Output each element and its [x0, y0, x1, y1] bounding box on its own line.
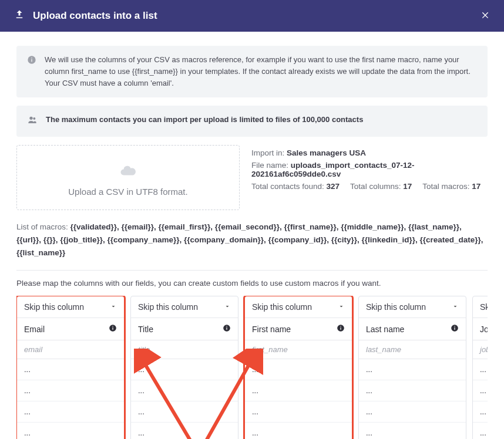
- columns-container: Skip this columnEmailemail..............…: [16, 296, 488, 439]
- column-cell: ...: [245, 401, 352, 423]
- import-in-value: Sales managers USA: [287, 148, 366, 157]
- total-macros-value: 17: [472, 182, 481, 191]
- svg-rect-13: [340, 326, 341, 327]
- column-cell: ...: [359, 423, 466, 439]
- dropdown-label: Skip this column: [24, 302, 84, 312]
- limit-text: The maximum contacts you can import per …: [46, 114, 363, 126]
- modal-title: Upload contacts into a list: [33, 10, 157, 22]
- column-cell: ...: [359, 380, 466, 401]
- column-mapping-dropdown[interactable]: Skip this column: [17, 296, 124, 318]
- macros-list: List of macros: {{validated}}, {{email}}…: [16, 221, 488, 260]
- total-contacts-label: Total contacts found:: [251, 182, 327, 191]
- svg-rect-15: [454, 327, 455, 330]
- upload-icon: [14, 9, 25, 22]
- column-header: First name: [245, 318, 352, 340]
- total-contacts-value: 327: [327, 182, 340, 191]
- info-banner-csv: We will use the columns of your CSV as m…: [16, 46, 488, 97]
- column-cell: ...: [131, 359, 238, 380]
- upload-dropzone[interactable]: Upload a CSV in UTF8 format.: [16, 145, 240, 210]
- column-cell: ...: [17, 401, 124, 423]
- total-columns-value: 17: [403, 182, 412, 191]
- mapping-column: Skip this columnLast namelast_name......…: [358, 296, 466, 439]
- column-slug: last_name: [359, 340, 466, 359]
- column-cell: ...: [473, 380, 488, 401]
- import-in-label: Import in:: [251, 148, 287, 157]
- divider: [16, 270, 488, 271]
- mapping-column: Skip this columnTitletitle..............…: [130, 296, 238, 439]
- info-icon[interactable]: [109, 324, 117, 334]
- mapping-column: Skip this columnFirst namefirst_name....…: [244, 296, 352, 439]
- svg-rect-9: [226, 327, 227, 330]
- close-icon[interactable]: [481, 10, 490, 22]
- column-slug: email: [17, 340, 124, 359]
- column-cell: ...: [245, 359, 352, 380]
- chevron-down-icon: [110, 302, 117, 312]
- mapping-column: Skip this columnEmailemail..............…: [16, 296, 125, 439]
- column-cell: ...: [245, 423, 352, 439]
- column-slug: job_: [473, 340, 488, 359]
- column-header-label: First name: [252, 325, 291, 334]
- column-header-label: Job: [480, 325, 488, 334]
- column-cell: ...: [17, 423, 124, 439]
- column-mapping-dropdown[interactable]: Skip this column: [359, 296, 466, 318]
- mapping-hint: Please map the columns with our fields, …: [16, 279, 488, 288]
- svg-point-4: [33, 117, 35, 120]
- svg-rect-2: [31, 58, 32, 58]
- column-mapping-dropdown[interactable]: Skip this column: [245, 296, 352, 318]
- column-cell: ...: [17, 359, 124, 380]
- users-icon: [27, 115, 38, 128]
- column-cell: ...: [17, 380, 124, 401]
- dropdown-label: Skip this column: [366, 302, 426, 312]
- column-cell: ...: [131, 401, 238, 423]
- column-header-label: Email: [24, 325, 45, 334]
- column-header-label: Last name: [366, 325, 404, 334]
- svg-rect-6: [112, 327, 113, 330]
- column-header: Job: [473, 318, 488, 340]
- column-header-label: Title: [138, 325, 153, 334]
- column-slug: title: [131, 340, 238, 359]
- column-mapping-dropdown[interactable]: Skip this column: [131, 296, 238, 318]
- modal-header: Upload contacts into a list: [0, 0, 504, 32]
- info-banner-limit: The maximum contacts you can import per …: [16, 106, 488, 136]
- svg-rect-16: [454, 326, 455, 327]
- chevron-down-icon: [452, 302, 459, 312]
- import-meta: Import in: Sales managers USA File name:…: [251, 145, 488, 210]
- chevron-down-icon: [338, 302, 345, 312]
- column-cell: ...: [359, 401, 466, 423]
- total-columns-label: Total columns:: [350, 182, 403, 191]
- svg-rect-12: [340, 327, 341, 330]
- info-text-line1: We will use the columns of your CSV as m…: [45, 54, 477, 77]
- column-cell: ...: [473, 359, 488, 380]
- info-text-line2: Your CSV must have a column 'email'.: [45, 77, 477, 89]
- info-icon[interactable]: [223, 324, 231, 334]
- column-cell: ...: [473, 423, 488, 439]
- dropdown-label: Skip this column: [252, 302, 312, 312]
- chevron-down-icon: [224, 302, 231, 312]
- cloud-icon: [24, 162, 232, 182]
- total-macros-label: Total macros:: [422, 182, 472, 191]
- column-slug: first_name: [245, 340, 352, 359]
- column-cell: ...: [245, 380, 352, 401]
- mapping-column: Skip this columnJobjob_...............: [472, 296, 488, 439]
- info-icon[interactable]: [451, 324, 459, 334]
- modal-body: We will use the columns of your CSV as m…: [0, 32, 504, 439]
- svg-rect-10: [226, 326, 227, 327]
- column-cell: ...: [131, 380, 238, 401]
- svg-point-3: [29, 117, 32, 120]
- macros-value: {{validated}}, {{email}}, {{email_first}…: [16, 222, 483, 258]
- column-cell: ...: [473, 401, 488, 423]
- column-header: Last name: [359, 318, 466, 340]
- column-cell: ...: [131, 423, 238, 439]
- macros-label: List of macros:: [16, 222, 70, 231]
- dropdown-label: Skip this column: [480, 302, 488, 312]
- upload-text: Upload a CSV in UTF8 format.: [24, 187, 232, 197]
- column-cell: ...: [359, 359, 466, 380]
- column-mapping-dropdown[interactable]: Skip this column: [473, 296, 488, 318]
- column-header: Title: [131, 318, 238, 340]
- file-name-label: File name:: [251, 161, 291, 170]
- info-icon[interactable]: [337, 324, 345, 334]
- dropdown-label: Skip this column: [138, 302, 198, 312]
- svg-rect-7: [112, 326, 113, 327]
- svg-rect-1: [31, 59, 32, 62]
- column-header: Email: [17, 318, 124, 340]
